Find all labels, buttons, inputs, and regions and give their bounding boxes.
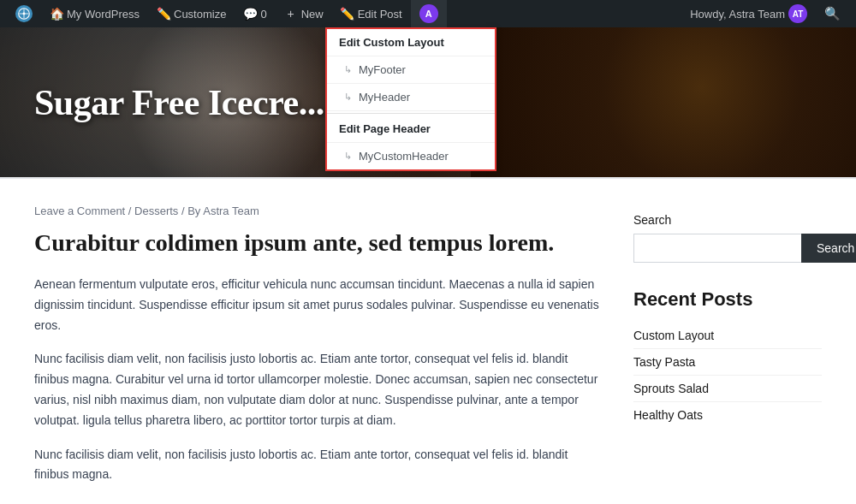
howdy-item[interactable]: Howdy, Astra Team AT [681, 0, 816, 27]
edit-icon: ✏️ [341, 7, 354, 21]
post-meta: Leave a Comment / Desserts / By Astra Te… [34, 205, 599, 217]
avatar: AT [788, 4, 807, 23]
post-body: Aenean fermentum vulputate eros, efficit… [34, 275, 599, 485]
sub-arrow-icon2: ↳ [344, 92, 352, 103]
custom-layout-dropdown: Edit Custom Layout ↳ MyFooter ↳ MyHeader… [325, 27, 496, 171]
plus-icon: + [284, 7, 298, 21]
my-custom-header-label: MyCustomHeader [359, 150, 449, 163]
recent-posts-list: Custom LayoutTasty PastaSprouts SaladHea… [633, 323, 822, 428]
dropdown-divider [327, 113, 495, 114]
search-adminbar-item[interactable]: 🔍 [816, 0, 849, 27]
sub-arrow-icon: ↳ [344, 64, 352, 75]
sub-arrow-icon3: ↳ [344, 151, 352, 162]
recent-post-link[interactable]: Sprouts Salad [633, 382, 709, 395]
home-icon: 🏠 [50, 7, 63, 21]
admin-bar: 🏠 My WordPress ✏️ Customize 💬 0 + New ✏️… [0, 0, 856, 27]
customize-icon: ✏️ [157, 7, 170, 21]
astra-icon: A [419, 4, 438, 23]
post-paragraph-2: Nunc facilisis diam velit, non facilisis… [34, 349, 599, 430]
my-header-item[interactable]: ↳ MyHeader [327, 84, 495, 111]
sidebar: Search Search Recent Posts Custom Layout… [633, 205, 822, 499]
post-paragraph-1: Aenean fermentum vulputate eros, efficit… [34, 275, 599, 335]
search-button[interactable]: Search [801, 234, 856, 263]
post-paragraph-3: Nunc facilisis diam velit, non facilisis… [34, 445, 599, 486]
search-adminbar-icon: 🔍 [824, 6, 841, 21]
list-item: Sprouts Salad [633, 376, 822, 402]
recent-posts-title: Recent Posts [633, 288, 822, 311]
wp-logo-item[interactable] [7, 0, 41, 27]
list-item: Tasty Pasta [633, 349, 822, 376]
astra-plugin-item[interactable]: A [411, 0, 447, 27]
recent-post-link[interactable]: Custom Layout [633, 329, 714, 342]
customize-item[interactable]: ✏️ Customize [148, 0, 235, 27]
recent-post-link[interactable]: Tasty Pasta [633, 355, 695, 369]
recent-post-link[interactable]: Healthy Oats [633, 408, 703, 422]
search-widget: Search Search [633, 213, 822, 263]
edit-page-header-label: Edit Page Header [339, 122, 431, 135]
my-footer-label: MyFooter [359, 63, 406, 76]
search-widget-label: Search [633, 213, 822, 227]
edit-page-header-header[interactable]: Edit Page Header [327, 116, 495, 143]
howdy-text: Howdy, Astra Team [690, 8, 785, 21]
my-custom-header-item[interactable]: ↳ MyCustomHeader [327, 143, 495, 169]
new-item[interactable]: + New [276, 0, 332, 27]
edit-post-label: Edit Post [358, 8, 402, 21]
my-wordpress-item[interactable]: 🏠 My WordPress [41, 0, 148, 27]
site-content: Leave a Comment / Desserts / By Astra Te… [0, 179, 856, 504]
comments-item[interactable]: 💬 0 [235, 0, 275, 27]
hero-title: Sugar Free Icecre... [0, 82, 324, 123]
search-input[interactable] [633, 234, 801, 263]
new-label: New [301, 8, 324, 21]
search-row: Search [633, 234, 822, 263]
recent-posts-widget: Recent Posts Custom LayoutTasty PastaSpr… [633, 288, 822, 428]
list-item: Healthy Oats [633, 402, 822, 428]
edit-custom-layout-label: Edit Custom Layout [339, 36, 444, 49]
content-area: Leave a Comment / Desserts / By Astra Te… [0, 179, 856, 504]
my-header-label: MyHeader [359, 91, 410, 104]
main-content: Leave a Comment / Desserts / By Astra Te… [34, 205, 599, 499]
customize-label: Customize [174, 8, 226, 21]
edit-post-item[interactable]: ✏️ Edit Post [332, 0, 411, 27]
edit-custom-layout-header[interactable]: Edit Custom Layout [327, 29, 495, 56]
post-title: Curabitur coldimen ipsum ante, sed tempu… [34, 228, 599, 258]
list-item: Custom Layout [633, 323, 822, 349]
wp-logo-icon [15, 5, 33, 22]
comments-count: 0 [260, 8, 266, 21]
svg-point-1 [23, 13, 26, 15]
my-wordpress-label: My WordPress [67, 8, 140, 21]
comment-icon: 💬 [243, 7, 257, 21]
my-footer-item[interactable]: ↳ MyFooter [327, 56, 495, 84]
